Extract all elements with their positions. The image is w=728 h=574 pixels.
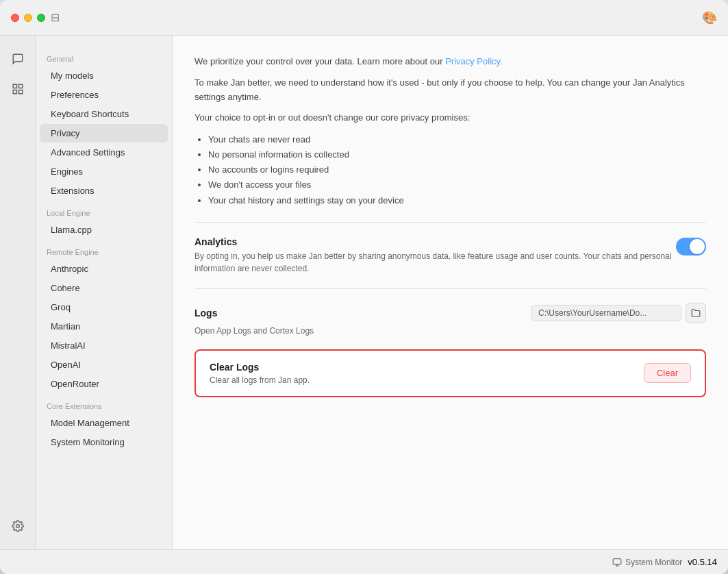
monitor-icon [612, 558, 622, 567]
app-body: General My models Preferences Keyboard S… [0, 36, 728, 549]
svg-rect-1 [18, 84, 22, 88]
chat-icon[interactable] [5, 47, 30, 71]
divider-1 [194, 222, 706, 223]
clear-logs-title: Clear Logs [210, 362, 310, 373]
logs-path-input[interactable] [531, 305, 681, 321]
privacy-policy-link[interactable]: Privacy Policy. [445, 56, 503, 66]
privacy-bullet-3: No accounts or logins required [208, 162, 706, 177]
core-extensions-section-label: Core Extensions [36, 394, 172, 413]
clear-button[interactable]: Clear [644, 363, 691, 383]
minimize-button[interactable] [24, 14, 32, 22]
analytics-description: By opting in, you help us make Jan bette… [194, 250, 676, 275]
sidebar-item-groq[interactable]: Groq [40, 298, 168, 316]
sidebar-item-llama-cpp[interactable]: Llama.cpp [40, 221, 168, 239]
sidebar-item-my-models[interactable]: My models [40, 66, 168, 85]
titlebar: ⊟ 🎨 [0, 0, 728, 36]
privacy-bullet-5: Your chat history and settings stay on y… [208, 193, 706, 208]
close-button[interactable] [11, 14, 19, 22]
main-content: We prioritize your control over your dat… [173, 36, 728, 549]
analytics-toggle[interactable] [676, 238, 706, 255]
clear-logs-section: Clear Logs Clear all logs from Jan app. … [194, 349, 706, 397]
app-window: ⊟ 🎨 G [0, 0, 728, 574]
sidebar: General My models Preferences Keyboard S… [36, 36, 173, 549]
clear-logs-description: Clear all logs from Jan app. [210, 375, 310, 385]
statusbar: System Monitor v0.5.14 [0, 549, 728, 574]
svg-point-4 [16, 525, 19, 528]
folder-open-icon[interactable] [686, 303, 706, 323]
sidebar-item-system-monitoring[interactable]: System Monitoring [40, 433, 168, 451]
system-monitor-item[interactable]: System Monitor [612, 558, 682, 567]
system-monitor-label: System Monitor [625, 558, 682, 567]
analytics-left: Analytics By opting in, you help us make… [194, 236, 676, 275]
general-section-label: General [36, 47, 172, 66]
svg-rect-5 [613, 558, 621, 564]
sidebar-item-openai[interactable]: OpenAI [40, 355, 168, 374]
logs-title: Logs [194, 308, 217, 319]
sidebar-item-openrouter[interactable]: OpenRouter [40, 375, 168, 393]
logs-subtitle: Open App Logs and Cortex Logs [194, 326, 706, 336]
svg-rect-2 [13, 90, 16, 94]
sidebar-item-mistralai[interactable]: MistralAI [40, 336, 168, 355]
sidebar-item-anthropic[interactable]: Anthropic [40, 260, 168, 278]
svg-rect-0 [13, 84, 16, 88]
logs-row: Logs [194, 303, 706, 323]
local-engine-section-label: Local Engine [36, 201, 172, 220]
sidebar-toggle-icon[interactable]: ⊟ [51, 11, 60, 24]
logs-path-container [531, 303, 706, 323]
analytics-title: Analytics [194, 236, 676, 247]
sidebar-item-model-management[interactable]: Model Management [40, 414, 168, 432]
privacy-text-1: We prioritize your control over your dat… [194, 55, 706, 69]
privacy-text-2: To make Jan better, we need to understan… [194, 76, 706, 105]
divider-2 [194, 288, 706, 289]
grid-icon[interactable] [5, 77, 30, 101]
analytics-row: Analytics By opting in, you help us make… [194, 236, 706, 275]
clear-logs-left: Clear Logs Clear all logs from Jan app. [210, 362, 310, 385]
sidebar-item-keyboard-shortcuts[interactable]: Keyboard Shortcuts [40, 105, 168, 123]
svg-rect-3 [18, 90, 22, 94]
remote-engine-section-label: Remote Engine [36, 240, 172, 259]
icon-rail [0, 36, 36, 549]
version-label: v0.5.14 [688, 557, 717, 567]
privacy-bullets-list: Your chats are never read No personal in… [194, 132, 706, 208]
traffic-lights [11, 14, 45, 22]
sidebar-item-extensions[interactable]: Extensions [40, 182, 168, 200]
sidebar-item-privacy[interactable]: Privacy [40, 124, 168, 142]
sidebar-item-advanced-settings[interactable]: Advanced Settings [40, 143, 168, 162]
maximize-button[interactable] [37, 14, 45, 22]
settings-icon[interactable] [5, 514, 30, 538]
privacy-bullet-2: No personal information is collected [208, 147, 706, 162]
sidebar-item-martian[interactable]: Martian [40, 317, 168, 336]
palette-icon[interactable]: 🎨 [702, 10, 717, 25]
privacy-text-3: Your choice to opt-in or out doesn't cha… [194, 111, 706, 125]
privacy-bullet-1: Your chats are never read [208, 132, 706, 147]
privacy-bullet-4: We don't access your files [208, 177, 706, 192]
sidebar-item-engines[interactable]: Engines [40, 162, 168, 181]
sidebar-item-cohere[interactable]: Cohere [40, 279, 168, 297]
sidebar-item-preferences[interactable]: Preferences [40, 86, 168, 104]
